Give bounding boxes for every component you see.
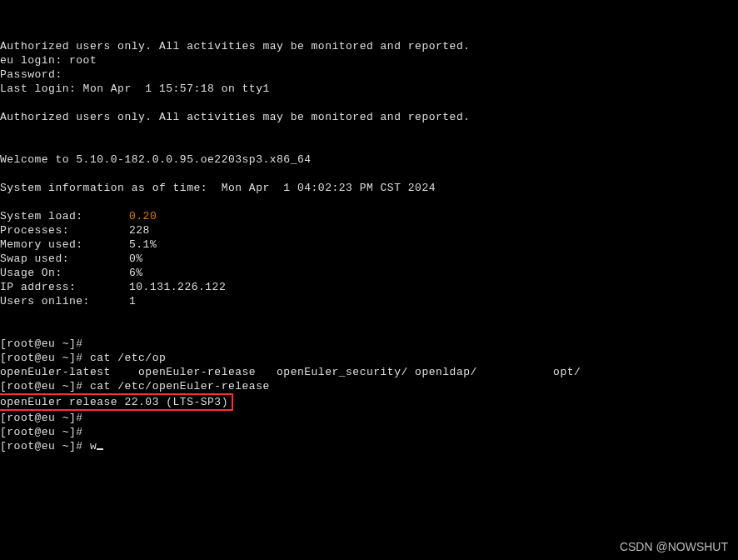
cmd-cat-op: cat /etc/op [90, 352, 166, 364]
release-highlight: openEuler release 22.03 (LTS-SP3) [0, 393, 233, 411]
prompt-cmd-1: [root@eu ~]# [0, 352, 83, 364]
password-prompt: Password: [0, 68, 62, 81]
system-load-label: System load: [0, 209, 129, 223]
prompt-cmd-3: [root@eu ~]# [0, 440, 83, 452]
system-load-value: 0.20 [129, 210, 157, 222]
ip-label: IP address: [0, 280, 129, 294]
watermark: CSDN @NOWSHUT [620, 540, 728, 553]
prompt-cmd-2: [root@eu ~]# [0, 380, 83, 392]
cmd-w: w [90, 440, 97, 452]
usage-label: Usage On: [0, 266, 129, 280]
memory-label: Memory used: [0, 238, 129, 252]
processes-label: Processes: [0, 223, 129, 238]
release-text: openEuler release 22.03 (LTS-SP3) [0, 396, 228, 408]
auth-banner-1: Authorized users only. All activities ma… [0, 40, 471, 52]
memory-value: 5.1% [129, 238, 157, 251]
last-login: Last login: Mon Apr 1 15:57:18 on tty1 [0, 82, 270, 95]
welcome-line: Welcome to 5.10.0-182.0.0.95.oe2203sp3.x… [0, 153, 312, 166]
auth-banner-2: Authorized users only. All activities ma… [0, 111, 471, 123]
tab-completions: openEuler-latest openEuler-release openE… [0, 366, 581, 378]
ip-value: 10.131.226.122 [129, 281, 226, 293]
usage-value: 6% [129, 267, 143, 279]
cursor-icon [97, 448, 103, 450]
cmd-cat-release: cat /etc/openEuler-release [90, 380, 270, 392]
prompt-empty-1: [root@eu ~]# [0, 338, 83, 350]
login-prompt: eu login: root [0, 54, 97, 67]
users-value: 1 [129, 295, 136, 308]
terminal-output[interactable]: Authorized users only. All activities ma… [0, 25, 738, 453]
processes-value: 228 [129, 224, 150, 237]
sysinfo-header: System information as of time: Mon Apr 1… [0, 182, 436, 194]
users-label: Users online: [0, 294, 129, 308]
swap-label: Swap used: [0, 252, 129, 266]
prompt-empty-3: [root@eu ~]# [0, 426, 83, 438]
swap-value: 0% [129, 252, 143, 265]
prompt-empty-2: [root@eu ~]# [0, 412, 83, 424]
